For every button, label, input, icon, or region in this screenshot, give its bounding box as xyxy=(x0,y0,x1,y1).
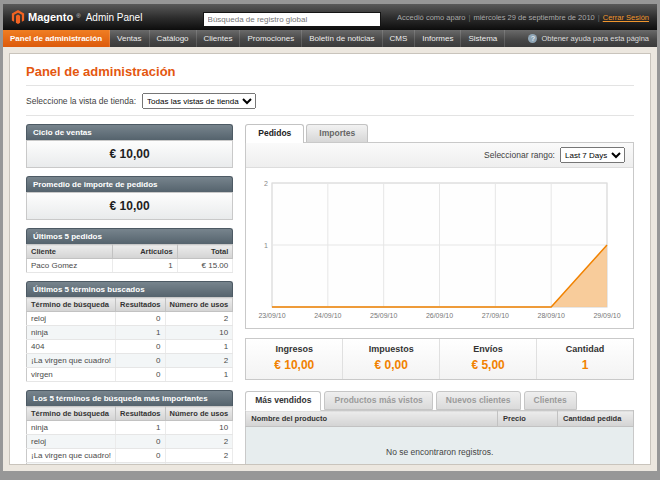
global-search xyxy=(186,8,397,27)
search-term-link[interactable]: virgen xyxy=(27,368,116,382)
table-row: ninja110 xyxy=(27,421,233,435)
search-term-link[interactable]: ninja xyxy=(27,421,116,435)
uses-count: 2 xyxy=(165,354,233,368)
nav-item-sistema[interactable]: Sistema xyxy=(461,30,505,47)
table-row: ninja110 xyxy=(27,326,233,340)
logged-in-as: Accedió como aparo xyxy=(397,13,465,22)
uses-count: 2 xyxy=(165,435,233,449)
nav-item-boletin[interactable]: Boletín de noticias xyxy=(302,30,382,47)
stat-ingresos: Ingresos € 10,00 xyxy=(246,339,342,379)
tab-clientes[interactable]: Clientes xyxy=(524,391,577,410)
search-term-link[interactable]: 404 xyxy=(27,463,116,466)
column-header: Artículos xyxy=(113,245,178,259)
svg-text:26/09/10: 26/09/10 xyxy=(426,312,453,319)
column-header: Término de búsqueda xyxy=(27,298,116,312)
table-row: reloj02 xyxy=(27,312,233,326)
dashboard-left-column: Ciclo de ventas € 10,00 Promedio de impo… xyxy=(26,124,233,465)
recent-orders-panel: Últimos 5 pedidos Cliente Artículos Tota… xyxy=(26,228,233,273)
stat-value: € 0,00 xyxy=(374,358,407,372)
results-count: 0 xyxy=(116,368,165,382)
nav-item-promociones[interactable]: Promociones xyxy=(240,30,302,47)
column-header: Cliente xyxy=(27,245,113,259)
svg-text:1: 1 xyxy=(264,242,268,249)
tab-nuevos-clientes[interactable]: Nuevos clientes xyxy=(436,391,521,410)
stat-value: 1 xyxy=(582,358,589,372)
separator xyxy=(598,13,600,22)
range-label: Seleccionar rango: xyxy=(484,150,555,160)
nav-item-informes[interactable]: Informes xyxy=(415,30,461,47)
svg-text:2: 2 xyxy=(264,180,268,187)
table-row: 40401 xyxy=(27,340,233,354)
empty-records-message: No se encontraron registros. xyxy=(246,427,634,466)
search-term-link[interactable]: reloj xyxy=(27,435,116,449)
store-view-select[interactable]: Todas las vistas de tienda xyxy=(142,93,256,109)
top-search-terms-title: Los 5 términos de búsqueda más important… xyxy=(26,390,233,406)
stat-label: Envíos xyxy=(440,344,536,354)
top-search-terms-table: Término de búsqueda Resultados Número de… xyxy=(26,406,233,465)
uses-count: 1 xyxy=(165,463,233,466)
stat-value: € 10,00 xyxy=(274,358,314,372)
store-switcher: Seleccione la vista de tienda: Todas las… xyxy=(26,93,634,109)
tab-productos-mas-vistos[interactable]: Productos más vistos xyxy=(324,391,432,410)
stat-cantidad: Cantidad 1 xyxy=(536,339,633,379)
column-header: Resultados xyxy=(116,298,165,312)
column-header: Cantidad pedida xyxy=(558,411,634,427)
search-term-link[interactable]: 404 xyxy=(27,340,116,354)
content-area: Panel de administración Seleccione la vi… xyxy=(3,47,657,471)
help-label: Obtener ayuda para esta página xyxy=(541,34,649,43)
results-count: 0 xyxy=(116,449,165,463)
totals-bar: Ingresos € 10,00 Impuestos € 0,00 Envíos… xyxy=(245,338,634,380)
range-select[interactable]: Last 7 Days xyxy=(560,147,625,163)
results-count: 1 xyxy=(116,326,165,340)
uses-count: 10 xyxy=(165,421,233,435)
last-search-terms-table: Término de búsqueda Resultados Número de… xyxy=(26,297,233,382)
table-row: virgen01 xyxy=(27,368,233,382)
lifetime-sales-title: Ciclo de ventas xyxy=(26,124,233,140)
page-help-link[interactable]: Obtener ayuda para esta página xyxy=(520,30,657,47)
last-search-terms-title: Últimos 5 términos buscados xyxy=(26,281,233,297)
search-term-link[interactable]: ¡La virgen que cuadro! xyxy=(27,354,116,368)
table-row: ¡La virgen que cuadro!02 xyxy=(27,354,233,368)
uses-count: 1 xyxy=(165,340,233,354)
global-search-input[interactable] xyxy=(203,12,381,27)
uses-count: 1 xyxy=(165,368,233,382)
stat-envios: Envíos € 5,00 xyxy=(439,339,536,379)
range-selector-row: Seleccionar rango: Last 7 Days xyxy=(246,143,633,168)
uses-count: 10 xyxy=(165,326,233,340)
bottom-tabs: Más vendidos Productos más vistos Nuevos… xyxy=(245,391,634,410)
nav-item-ventas[interactable]: Ventas xyxy=(110,30,149,47)
page-title: Panel de administración xyxy=(26,64,634,79)
average-orders-panel: Promedio de importe de pedidos € 10,00 xyxy=(26,176,233,220)
stat-value: € 5,00 xyxy=(471,358,504,372)
nav-item-panel-administracion[interactable]: Panel de administración xyxy=(3,30,110,47)
stat-label: Cantidad xyxy=(537,344,633,354)
recent-orders-table: Cliente Artículos Total Paco Gomez 1 € 1… xyxy=(26,244,233,273)
table-row: reloj02 xyxy=(27,435,233,449)
nav-item-cms[interactable]: CMS xyxy=(383,30,416,47)
tab-mas-vendidos[interactable]: Más vendidos xyxy=(245,391,321,411)
stat-label: Impuestos xyxy=(343,344,439,354)
lifetime-sales-value: € 10,00 xyxy=(26,140,233,168)
stat-impuestos: Impuestos € 0,00 xyxy=(342,339,439,379)
nav-item-clientes[interactable]: Clientes xyxy=(197,30,241,47)
order-items: 1 xyxy=(113,259,178,273)
logo-subtitle: Admin Panel xyxy=(86,12,143,23)
results-count: 0 xyxy=(116,354,165,368)
search-term-link[interactable]: reloj xyxy=(27,312,116,326)
divider xyxy=(26,115,634,116)
svg-text:28/09/10: 28/09/10 xyxy=(538,312,565,319)
search-term-link[interactable]: ninja xyxy=(27,326,116,340)
magento-logo: Magento ® Admin Panel xyxy=(11,10,186,24)
column-header: Término de búsqueda xyxy=(27,407,116,421)
search-term-link[interactable]: ¡La virgen que cuadro! xyxy=(27,449,116,463)
logout-link[interactable]: Cerrar Sesión xyxy=(603,13,649,22)
tab-pedidos[interactable]: Pedidos xyxy=(245,124,304,143)
customer-link[interactable]: Paco Gomez xyxy=(27,259,113,273)
nav-item-catalogo[interactable]: Catálogo xyxy=(150,30,197,47)
window-frame: Magento ® Admin Panel Accedió como aparo… xyxy=(0,0,660,480)
stat-label: Ingresos xyxy=(246,344,342,354)
logo-trademark: ® xyxy=(76,13,80,19)
dashboard-main-column: Pedidos Importes Seleccionar rango: Last… xyxy=(245,124,634,465)
diagram-tabs: Pedidos Importes xyxy=(245,124,634,142)
tab-importes[interactable]: Importes xyxy=(306,124,368,142)
